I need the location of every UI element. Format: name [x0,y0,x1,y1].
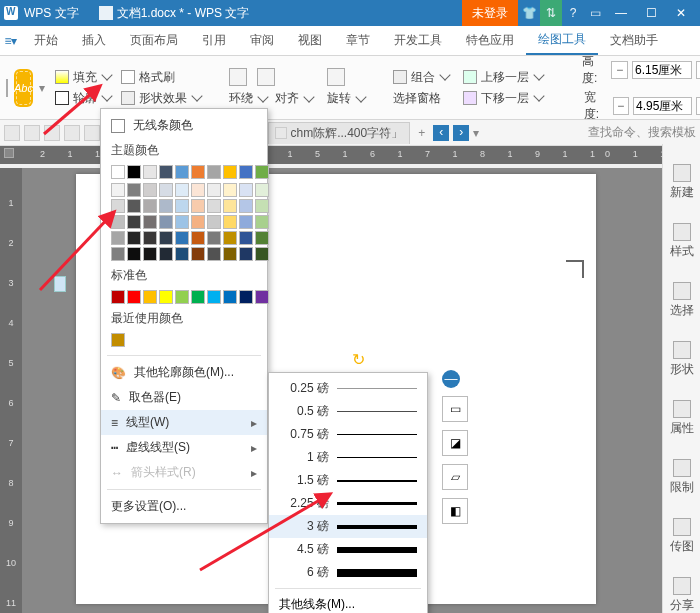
weight-6[interactable]: 6 磅 [269,561,427,584]
width-decrement[interactable]: − [613,97,630,115]
menu-references[interactable]: 引用 [190,26,238,55]
dash-type[interactable]: ┅虚线线型(S)▸ [101,435,267,460]
chevron-down-icon[interactable] [355,91,366,102]
layout-tool[interactable]: ▭ [442,396,468,422]
color-swatch[interactable] [255,183,269,197]
color-swatch[interactable] [191,199,205,213]
tab-scroll-left[interactable]: ‹ [433,125,449,141]
menu-sections[interactable]: 章节 [334,26,382,55]
shape-insert-icon[interactable] [6,79,8,97]
chevron-down-icon[interactable] [257,91,268,102]
color-swatch[interactable] [143,199,157,213]
more-lines[interactable]: 其他线条(M)... [269,593,427,613]
sidepanel-uploadimg[interactable]: 传图 [670,518,694,555]
outline-tool[interactable]: ▱ [442,464,468,490]
color-swatch[interactable] [111,333,125,347]
page-tag[interactable] [54,276,66,292]
ribbon-toggle-icon[interactable]: ▭ [584,0,606,26]
width-input[interactable]: 4.95厘米 [633,97,692,115]
weight-0-25[interactable]: 0.25 磅 [269,377,427,400]
menu-view[interactable]: 视图 [286,26,334,55]
chevron-down-icon[interactable] [439,69,450,80]
weight-1[interactable]: 1 磅 [269,446,427,469]
color-swatch[interactable] [127,215,141,229]
color-swatch[interactable] [223,231,237,245]
color-swatch[interactable] [159,183,173,197]
color-swatch[interactable] [191,165,205,179]
color-swatch[interactable] [255,165,269,179]
color-swatch[interactable] [207,231,221,245]
color-swatch[interactable] [223,215,237,229]
color-swatch[interactable] [255,231,269,245]
color-swatch[interactable] [127,247,141,261]
selection-pane-button[interactable]: 选择窗格 [393,90,441,107]
color-swatch[interactable] [207,199,221,213]
color-swatch[interactable] [191,290,205,304]
color-swatch[interactable] [127,165,141,179]
shape-style-preview[interactable]: Abc [14,69,33,107]
menu-insert[interactable]: 插入 [70,26,118,55]
rotate-icon[interactable] [327,68,345,86]
line-type[interactable]: ≡线型(W)▸ [101,410,267,435]
menu-start[interactable]: 开始 [22,26,70,55]
color-swatch[interactable] [159,215,173,229]
chevron-down-icon[interactable] [303,91,314,102]
color-swatch[interactable] [127,183,141,197]
color-swatch[interactable] [159,290,173,304]
color-swatch[interactable] [127,231,141,245]
close-button[interactable]: ✕ [666,0,696,26]
sidepanel-restrict[interactable]: 限制 [670,459,694,496]
send-backward-button[interactable]: 下移一层 [481,90,529,107]
menu-special[interactable]: 特色应用 [454,26,526,55]
chevron-down-icon[interactable] [533,90,544,101]
tab-list-button[interactable]: ▾ [473,126,479,140]
color-swatch[interactable] [159,165,173,179]
color-swatch[interactable] [175,215,189,229]
menu-drawing-tools[interactable]: 绘图工具 [526,26,598,55]
minimize-button[interactable]: — [606,0,636,26]
rotation-handle[interactable]: ↻ [352,350,365,369]
style-gallery-expand-icon[interactable]: ▾ [39,81,45,95]
menu-review[interactable]: 审阅 [238,26,286,55]
sidepanel-share[interactable]: 分享 [670,577,694,613]
color-swatch[interactable] [175,183,189,197]
color-swatch[interactable] [207,183,221,197]
color-swatch[interactable] [159,199,173,213]
tab-scroll-right[interactable]: › [453,125,469,141]
chevron-down-icon[interactable] [101,90,112,101]
color-swatch[interactable] [223,183,237,197]
weight-0-75[interactable]: 0.75 磅 [269,423,427,446]
color-swatch[interactable] [239,231,253,245]
qa-preview-icon[interactable] [64,125,80,141]
bring-forward-button[interactable]: 上移一层 [481,69,529,86]
color-swatch[interactable] [127,199,141,213]
menu-page-layout[interactable]: 页面布局 [118,26,190,55]
chevron-down-icon[interactable] [191,90,202,101]
align-button[interactable]: 对齐 [275,90,299,107]
sidepanel-select[interactable]: 选择 [670,282,694,319]
color-swatch[interactable] [255,199,269,213]
color-swatch[interactable] [207,247,221,261]
color-swatch[interactable] [207,215,221,229]
color-swatch[interactable] [159,231,173,245]
height-decrement[interactable]: − [611,61,628,79]
width-increment[interactable]: + [696,97,700,115]
height-input[interactable]: 6.15厘米 [632,61,692,79]
more-outline-colors[interactable]: 🎨其他轮廓颜色(M)... [101,360,267,385]
color-swatch[interactable] [143,231,157,245]
login-button[interactable]: 未登录 [462,0,518,26]
color-swatch[interactable] [207,165,221,179]
collapse-tool-icon[interactable]: — [442,370,460,388]
color-swatch[interactable] [223,290,237,304]
color-swatch[interactable] [111,165,125,179]
color-swatch[interactable] [207,290,221,304]
group-button[interactable]: 组合 [411,69,435,86]
color-swatch[interactable] [111,215,125,229]
help-icon[interactable]: ? [562,0,584,26]
skin-icon[interactable]: 👕 [518,0,540,26]
sidepanel-properties[interactable]: 属性 [670,400,694,437]
chevron-down-icon[interactable] [533,69,544,80]
color-swatch[interactable] [239,215,253,229]
color-swatch[interactable] [191,215,205,229]
color-swatch[interactable] [239,183,253,197]
